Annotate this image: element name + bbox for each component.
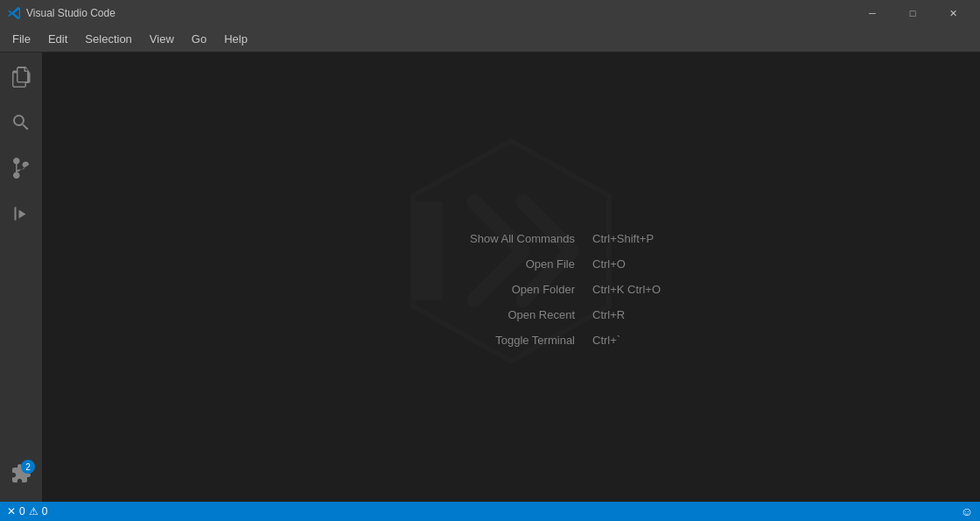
close-button[interactable]: ✕: [933, 0, 973, 26]
extensions-badge: 2: [21, 460, 35, 474]
menu-view[interactable]: View: [141, 29, 183, 49]
activity-explorer[interactable]: [0, 56, 42, 98]
titlebar: Visual Studio Code ─ □ ✕: [0, 0, 980, 26]
warning-icon: ⚠: [29, 505, 38, 517]
warning-count: 0: [42, 505, 48, 517]
menu-help[interactable]: Help: [215, 29, 256, 49]
status-smiley[interactable]: ☺: [961, 504, 973, 518]
shortcut-open-folder[interactable]: Open Folder Ctrl+K Ctrl+O: [435, 282, 689, 295]
error-count: 0: [19, 505, 25, 517]
menu-edit[interactable]: Edit: [39, 29, 76, 49]
shortcuts-panel: Show All Commands Ctrl+Shift+P Open File…: [435, 231, 689, 346]
titlebar-controls: ─ □ ✕: [852, 0, 973, 26]
smiley-icon: ☺: [961, 504, 973, 518]
menu-file[interactable]: File: [4, 29, 39, 49]
menu-selection[interactable]: Selection: [76, 29, 140, 49]
minimize-button[interactable]: ─: [852, 0, 892, 26]
activitybar: 2: [0, 53, 42, 502]
app-title: Visual Studio Code: [26, 7, 852, 19]
main-layout: 2 Show All Commands Ctrl+Shift+P: [0, 53, 980, 502]
status-errors[interactable]: ✕ 0 ⚠ 0: [7, 505, 47, 517]
error-icon: ✕: [7, 505, 16, 517]
shortcut-show-all-commands[interactable]: Show All Commands Ctrl+Shift+P: [435, 231, 689, 244]
activity-search[interactable]: [0, 102, 42, 144]
editor-area: Show All Commands Ctrl+Shift+P Open File…: [42, 53, 980, 502]
shortcut-open-file[interactable]: Open File Ctrl+O: [435, 257, 689, 270]
shortcut-toggle-terminal[interactable]: Toggle Terminal Ctrl+`: [435, 333, 689, 346]
activity-run[interactable]: [0, 193, 42, 235]
activity-extensions[interactable]: 2: [0, 453, 42, 495]
activity-source-control[interactable]: [0, 147, 42, 189]
maximize-button[interactable]: □: [892, 0, 933, 26]
app-icon: [7, 6, 21, 20]
statusbar: ✕ 0 ⚠ 0 ☺: [0, 502, 980, 521]
shortcut-open-recent[interactable]: Open Recent Ctrl+R: [435, 307, 689, 320]
menubar: File Edit Selection View Go Help: [0, 26, 980, 53]
menu-go[interactable]: Go: [183, 29, 215, 49]
